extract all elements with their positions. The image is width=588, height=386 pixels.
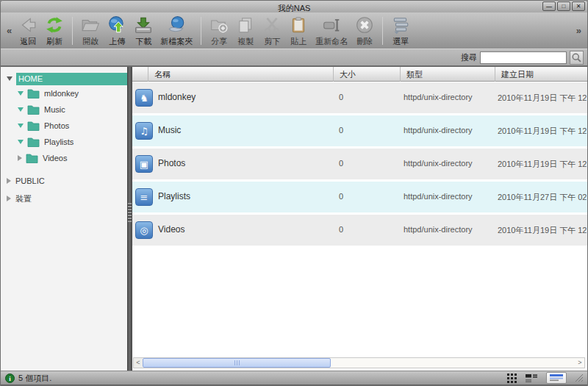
table-header-type[interactable]: 類型	[400, 67, 495, 82]
mldonkey-folder-icon: ♞	[135, 89, 153, 107]
folder-icon	[27, 137, 40, 147]
copy-button[interactable]: 複製	[234, 14, 257, 48]
folder-icon	[27, 121, 40, 131]
horizontal-scrollbar[interactable]: < >	[133, 357, 585, 368]
expand-arrow-icon[interactable]	[7, 178, 11, 184]
table-header-created[interactable]: 建立日期	[495, 67, 587, 82]
back-button[interactable]: 返回	[16, 14, 40, 48]
toolbar: « 返回 刷新	[1, 12, 587, 49]
sidebar-item-music[interactable]: Music	[1, 101, 127, 118]
expand-arrow-icon[interactable]	[18, 124, 24, 128]
share-button[interactable]: 分享	[207, 14, 231, 48]
list-view-icon	[526, 374, 537, 382]
table-row-videos[interactable]: ◎ Videos 0 httpd/unix-directory 2010年11月…	[132, 215, 587, 246]
view-mode-buttons	[507, 372, 583, 384]
sidebar-item-playlists[interactable]: Playlists	[1, 134, 127, 150]
file-created: 2010年11月19日 下午 12:0	[498, 93, 587, 104]
sidebar-item-mldonkey[interactable]: mldonkey	[1, 85, 127, 101]
file-size: 0	[339, 192, 343, 201]
file-type: httpd/unix-directory	[404, 126, 473, 135]
minimize-button[interactable]: —	[542, 1, 556, 11]
title-bar[interactable]: 我的NAS — □ ✕	[1, 1, 587, 12]
file-name: Photos	[158, 158, 185, 168]
sidebar-item-home[interactable]: HOME	[1, 72, 127, 85]
scroll-left-arrow-icon[interactable]: <	[134, 358, 143, 368]
toolbar-collapse-left[interactable]: «	[5, 25, 13, 36]
cut-button[interactable]: 剪下	[260, 14, 284, 48]
table-row-photos[interactable]: ▣ Photos 0 httpd/unix-directory 2010年11月…	[132, 149, 587, 179]
expand-arrow-icon[interactable]	[7, 76, 12, 81]
toolbar-overflow-right[interactable]: »	[575, 25, 583, 36]
file-created: 2010年11月19日 下午 12:0	[498, 126, 587, 137]
grid-view-button[interactable]	[507, 374, 517, 383]
expand-arrow-icon[interactable]	[18, 91, 24, 96]
expand-arrow-icon[interactable]	[7, 196, 11, 201]
new-folder-globe-hand-icon	[167, 15, 186, 35]
sidebar-tree: HOME mldonkey Music	[1, 67, 127, 371]
rename-button[interactable]: 重新命名	[313, 14, 350, 48]
photos-folder-icon: ▣	[135, 155, 153, 173]
new-folder-button[interactable]: 新檔案夾	[158, 14, 195, 48]
close-button[interactable]: ✕	[572, 1, 585, 11]
maximize-button[interactable]: □	[557, 1, 570, 11]
download-button[interactable]: 下載	[132, 14, 155, 48]
delete-icon	[355, 15, 374, 35]
table-row-music[interactable]: ♫ Music 0 httpd/unix-directory 2010年11月1…	[132, 115, 587, 146]
search-input[interactable]	[480, 51, 567, 64]
file-size: 0	[339, 225, 343, 234]
detail-view-icon	[550, 374, 563, 382]
detail-view-button[interactable]	[546, 372, 567, 384]
sidebar-item-devices[interactable]: 裝置	[1, 190, 127, 207]
expand-arrow-icon[interactable]	[18, 140, 24, 144]
file-created: 2010年11月19日 下午 12:	[498, 225, 587, 236]
sidebar-item-photos[interactable]: Photos	[1, 118, 127, 134]
upload-globe-icon	[107, 15, 126, 35]
expand-arrow-icon[interactable]	[18, 155, 22, 161]
file-created: 2010年11月19日 下午 12:0	[498, 159, 587, 170]
table-header-size[interactable]: 大小	[333, 67, 400, 82]
scrollbar-thumb[interactable]	[143, 358, 331, 368]
refresh-button[interactable]: 刷新	[43, 14, 66, 48]
file-type: httpd/unix-directory	[404, 192, 473, 201]
folder-icon	[27, 88, 40, 99]
playlists-folder-icon: ≡	[135, 188, 153, 206]
paste-button[interactable]: 貼上	[287, 14, 310, 48]
videos-folder-icon: ◎	[135, 221, 153, 239]
table-row-mldonkey[interactable]: ♞ mldonkey 0 httpd/unix-directory 2010年1…	[132, 82, 587, 113]
table-header-select[interactable]	[132, 67, 148, 82]
expand-arrow-icon[interactable]	[18, 107, 24, 112]
table-header-name[interactable]: 名稱	[148, 67, 333, 82]
sidebar-item-public[interactable]: PUBLIC	[1, 172, 127, 190]
toolbar-separator	[201, 17, 201, 45]
sidebar-splitter[interactable]	[127, 67, 132, 371]
info-icon: i	[5, 374, 15, 383]
item-count-text: 5 個項目.	[18, 373, 51, 384]
file-name: Playlists	[158, 191, 190, 201]
table-row-playlists[interactable]: ≡ Playlists 0 httpd/unix-directory 2010年…	[132, 182, 587, 212]
folder-icon	[26, 153, 38, 163]
scroll-right-arrow-icon[interactable]: >	[576, 358, 584, 368]
grid-view-icon	[507, 374, 517, 383]
splitter-grip-icon	[128, 203, 132, 222]
open-folder-icon	[81, 15, 100, 35]
search-label: 搜尋	[461, 52, 477, 63]
list-view-button[interactable]	[526, 374, 537, 382]
sidebar-item-videos[interactable]: Videos	[1, 150, 127, 166]
menu-list-icon	[391, 15, 410, 35]
resize-grip-icon[interactable]	[576, 374, 583, 382]
search-button[interactable]	[570, 51, 584, 65]
open-button[interactable]: 開啟	[79, 14, 102, 48]
upload-button[interactable]: 上傳	[105, 14, 129, 48]
delete-button[interactable]: 刪除	[353, 14, 376, 48]
table-header: 名稱 大小 類型 建立日期	[132, 67, 587, 82]
file-size: 0	[339, 126, 343, 135]
status-bar: i 5 個項目.	[1, 371, 587, 386]
file-size: 0	[339, 159, 343, 168]
toolbar-separator	[382, 17, 383, 45]
back-arrow-icon	[18, 15, 37, 35]
paste-clipboard-icon	[289, 15, 308, 35]
file-created: 2010年11月27日 下午 02:0	[498, 192, 587, 203]
table-rows: ♞ mldonkey 0 httpd/unix-directory 2010年1…	[132, 82, 587, 248]
file-size: 0	[339, 93, 343, 101]
menu-button[interactable]: 選單	[389, 14, 412, 48]
